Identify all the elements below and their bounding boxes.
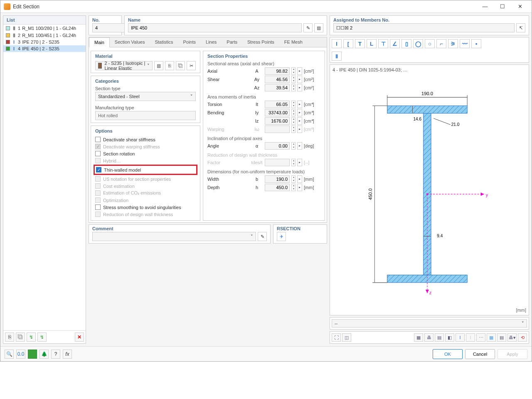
color-button[interactable] [28, 350, 37, 359]
shape-icon-11[interactable]: 〰 [460, 39, 470, 48]
spinner[interactable]: ▴▾ [291, 184, 296, 191]
shape-icon-5[interactable]: ∠ [390, 39, 400, 48]
tool-grid-button[interactable]: ▦ [487, 333, 496, 342]
spinner[interactable]: ▴▾ [291, 109, 296, 116]
tool-4-button[interactable]: ◧ [445, 333, 454, 342]
option-stress-smoothing-to-avoid-singularities[interactable]: Stress smoothing to avoid singularities [95, 204, 196, 211]
shape-icon-8[interactable]: ○ [425, 39, 435, 48]
tab-main[interactable]: Main [89, 37, 110, 47]
prop-value-input[interactable] [265, 175, 290, 183]
prop-value-input[interactable] [265, 76, 290, 83]
calc-button[interactable]: 0.0 [16, 350, 25, 359]
section-type-select[interactable]: Standardized - Steel˅ [95, 92, 196, 101]
spinner[interactable]: ▴▾ [291, 142, 296, 150]
play-button[interactable]: ▸ [297, 76, 302, 83]
assigned-pick-button[interactable]: ↸ [516, 23, 525, 32]
prop-value-input[interactable] [265, 109, 290, 116]
shape-icon-extra[interactable]: Ⅱ [332, 52, 342, 61]
tab-stress-points[interactable]: Stress Points [242, 37, 279, 47]
play-button[interactable]: ▸ [297, 67, 302, 75]
play-button[interactable]: ▸ [297, 184, 302, 191]
tab-fe-mesh[interactable]: FE Mesh [279, 37, 308, 47]
spinner[interactable]: ▴▾ [291, 84, 296, 91]
play-button[interactable]: ▸ [297, 84, 302, 91]
view-fit-button[interactable]: ⛶ [332, 333, 341, 342]
apply-button[interactable]: Apply [498, 349, 527, 359]
play-button[interactable]: ▸ [297, 109, 302, 116]
play-button[interactable]: ▸ [297, 142, 302, 150]
option-section-rotation[interactable]: Section rotation [95, 150, 196, 157]
prop-value-input[interactable] [265, 117, 290, 125]
tool-print-button[interactable]: 🖶 [424, 333, 433, 342]
spinner[interactable]: ▴▾ [291, 67, 296, 75]
close-button[interactable]: ✕ [512, 1, 528, 12]
shape-icon-9[interactable]: ⌐ [436, 39, 446, 48]
tool-3-button[interactable]: ▤ [435, 333, 444, 342]
spinner[interactable]: ▴▾ [291, 117, 296, 125]
rsection-button[interactable]: ✈ [277, 232, 286, 241]
new-item-button[interactable]: ⎘ [5, 332, 14, 342]
play-button[interactable]: ▸ [297, 175, 302, 183]
tab-section-values[interactable]: Section Values [110, 37, 150, 47]
prop-value-input[interactable] [265, 84, 290, 91]
shape-icon-4[interactable]: ⊤ [378, 39, 388, 48]
list-item[interactable]: ▮ 2 R_M1 100/451 | 1 - GL24h [3, 32, 86, 39]
view-clip-button[interactable]: ◫ [342, 333, 351, 342]
cancel-button[interactable]: Cancel [465, 349, 495, 359]
shape-icon-0[interactable]: I [332, 39, 342, 48]
tool-10-button[interactable]: 🖶▾ [507, 333, 517, 342]
assigned-input[interactable] [333, 23, 515, 32]
prop-value-input[interactable] [265, 67, 290, 75]
name-edit-button[interactable]: ✎ [303, 23, 313, 32]
shape-icon-1[interactable]: [ [343, 39, 353, 48]
name-input[interactable] [128, 23, 302, 32]
option-deactivate-shear-stiffness[interactable]: Deactivate shear stiffness [95, 136, 196, 143]
tab-lines[interactable]: Lines [201, 37, 222, 47]
tool-ibeam-button[interactable]: I [456, 333, 465, 342]
prop-value-input[interactable] [265, 142, 290, 150]
tool-b-button[interactable]: ↯ [37, 332, 47, 342]
name-library-button[interactable]: ▥ [314, 23, 323, 32]
shape-icon-12[interactable]: ▪ [471, 39, 481, 48]
list-item[interactable]: I 4 IPE 450 | 2 - S235 [3, 45, 86, 52]
shape-icon-3[interactable]: L [367, 39, 377, 48]
material-new-button[interactable]: ⎘ [165, 61, 174, 70]
tool-9-button[interactable]: ▤ [497, 333, 506, 342]
fx-button[interactable]: fx [63, 350, 72, 359]
prop-value-input[interactable] [265, 101, 290, 108]
help-button[interactable]: 🔍 [5, 350, 14, 359]
shape-icon-10[interactable]: ⚞ [448, 39, 458, 48]
material-select[interactable]: 2 - S235 | Isotropic | Linear Elastic ˅ [95, 61, 153, 70]
material-edit-button[interactable]: ✂ [187, 61, 196, 70]
tab-parts[interactable]: Parts [222, 37, 242, 47]
material-copy-button[interactable]: ⿻ [176, 61, 185, 70]
minimize-button[interactable]: — [477, 1, 493, 12]
delete-item-button[interactable]: ✕ [75, 332, 84, 342]
material-lib-button[interactable]: ▥ [154, 61, 163, 70]
tree-button[interactable]: 🌲 [39, 350, 49, 359]
prop-value-input[interactable] [265, 184, 290, 191]
shape-icon-6[interactable]: ▯ [401, 39, 411, 48]
tool-6-button[interactable]: I [466, 333, 475, 342]
shape-icon-7[interactable]: ◯ [413, 39, 423, 48]
list-item[interactable]: ▮ 1 R_M1 100/280 | 1 - GL24h [3, 25, 86, 32]
view-select[interactable]: --˅ [332, 319, 527, 328]
maximize-button[interactable]: ☐ [494, 1, 511, 12]
option-thin-walled-model[interactable]: ✓Thin-walled model [96, 166, 195, 173]
spinner[interactable]: ▴▾ [291, 175, 296, 183]
ok-button[interactable]: OK [433, 349, 463, 359]
shape-icon-2[interactable]: T [355, 39, 365, 48]
tab-points[interactable]: Points [178, 37, 201, 47]
tool-refresh-button[interactable]: ⟲ [518, 333, 527, 342]
spinner[interactable]: ▴▾ [291, 76, 296, 83]
info-button[interactable]: ? [51, 350, 60, 359]
comment-select[interactable]: ˅ [92, 232, 256, 241]
play-button[interactable]: ▸ [297, 101, 302, 108]
tab-statistics[interactable]: Statistics [150, 37, 178, 47]
spinner[interactable]: ▴▾ [291, 101, 296, 108]
tool-a-button[interactable]: ↯ [27, 332, 36, 342]
copy-item-button[interactable]: ⿻ [16, 332, 25, 342]
comment-edit-button[interactable]: ✎ [258, 232, 267, 241]
list-item[interactable]: I 3 IPE 270 | 2 - S235 [3, 39, 86, 45]
play-button[interactable]: ▸ [297, 117, 302, 125]
